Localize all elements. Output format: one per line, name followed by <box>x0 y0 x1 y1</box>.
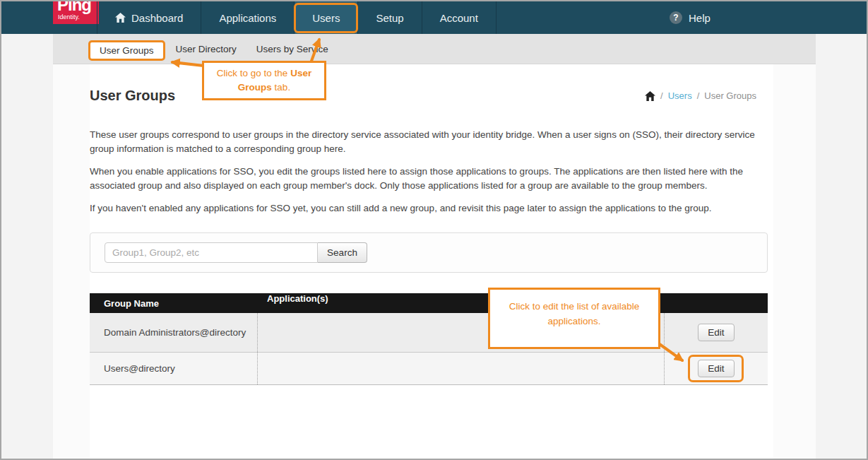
page-column: User Groups User Directory Users by Serv… <box>53 34 816 459</box>
nav-item-account[interactable]: Account <box>422 1 497 34</box>
nav-item-label: Dashboard <box>131 12 183 24</box>
main-nav: Dashboard Applications Users Setup Accou… <box>97 1 497 34</box>
actions-cell: Edit <box>664 353 768 384</box>
description-paragraph: These user groups correspond to user gro… <box>90 128 761 156</box>
group-name-cell: Domain Administrators@directory <box>90 326 257 339</box>
subnav-item-user-groups[interactable]: User Groups <box>88 40 165 61</box>
subnav-item-users-by-service[interactable]: Users by Service <box>256 44 328 54</box>
search-button[interactable]: Search <box>318 242 367 263</box>
nav-item-dashboard[interactable]: Dashboard <box>97 1 201 34</box>
actions-cell: Edit <box>664 313 768 352</box>
description-paragraph: If you haven't enabled any applications … <box>90 201 761 216</box>
logo-text-identity: Identity. <box>58 13 80 20</box>
breadcrumb-home-icon[interactable] <box>645 91 655 101</box>
page-title: User Groups <box>90 88 175 104</box>
breadcrumb: / Users / User Groups <box>645 90 756 101</box>
column-header-actions <box>664 293 768 313</box>
edit-button[interactable]: Edit <box>698 360 734 377</box>
page-header: User Groups / Users / User Groups <box>90 88 756 104</box>
applications-cell <box>257 353 664 384</box>
nav-item-label: Account <box>440 12 478 24</box>
table-row: Domain Administrators@directory Edit <box>90 313 768 353</box>
column-header-group-name: Group Name <box>90 298 257 309</box>
table-header-row: Group Name Application(s) <box>90 293 768 313</box>
ping-identity-admin-window: Ping Identity. Dashboard Applications Us… <box>0 0 868 460</box>
nav-item-label: Applications <box>219 12 276 24</box>
nav-item-applications[interactable]: Applications <box>201 1 295 34</box>
subnav-item-user-directory[interactable]: User Directory <box>176 44 237 54</box>
group-search-panel: Search <box>90 232 768 273</box>
breadcrumb-link-users[interactable]: Users <box>668 90 692 101</box>
breadcrumb-separator: / <box>660 90 663 101</box>
page-description: These user groups correspond to user gro… <box>90 128 761 216</box>
users-subnav: User Groups User Directory Users by Serv… <box>53 34 816 64</box>
content-area: User Groups / Users / User Groups These … <box>90 64 773 459</box>
ping-identity-logo: Ping Identity. <box>53 1 99 24</box>
help-icon: ? <box>670 11 682 24</box>
nav-item-setup[interactable]: Setup <box>358 1 422 34</box>
nav-item-users[interactable]: Users <box>295 1 358 34</box>
description-paragraph: When you enable applications for SSO, yo… <box>90 165 761 193</box>
breadcrumb-current: User Groups <box>704 90 756 101</box>
nav-item-label: Setup <box>376 12 403 24</box>
nav-item-label: Users <box>312 12 340 24</box>
callout-edit-applications: Click to edit the list of available appl… <box>488 288 660 349</box>
callout-text: Click to edit the list of available appl… <box>509 301 640 326</box>
table-row: Users@directory Edit <box>90 353 768 385</box>
callout-text: Click to go to the <box>217 68 290 78</box>
help-button[interactable]: ? Help <box>670 1 711 34</box>
breadcrumb-separator: / <box>697 90 700 101</box>
callout-user-groups-tab: Click to go to the User Groups tab. <box>202 61 326 100</box>
groups-table: Group Name Application(s) Domain Adminis… <box>90 293 768 385</box>
home-icon <box>115 13 126 23</box>
top-navbar: Ping Identity. Dashboard Applications Us… <box>1 1 867 34</box>
group-search-input[interactable] <box>105 242 318 263</box>
group-name-cell: Users@directory <box>90 362 257 375</box>
help-label: Help <box>689 12 711 24</box>
edit-button[interactable]: Edit <box>698 324 734 341</box>
callout-text: tab. <box>272 82 290 93</box>
